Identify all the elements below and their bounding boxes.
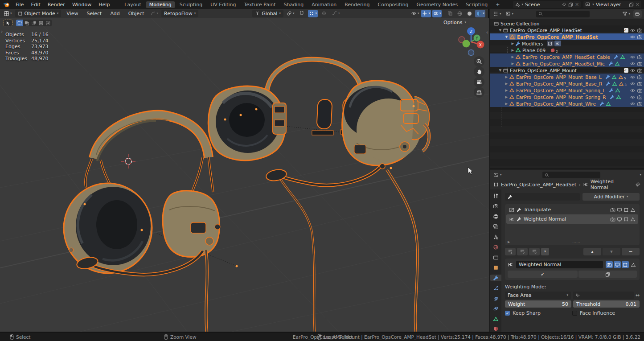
viewport-toggle[interactable] [614, 261, 621, 268]
hide-eye-icon[interactable] [630, 28, 636, 33]
tab-uv-editing[interactable]: UV Editing [207, 1, 239, 8]
vertex-group-field[interactable] [573, 292, 634, 299]
list-filter-dropdown[interactable]: ▾ [541, 248, 549, 255]
disable-render-camera-icon[interactable] [637, 101, 643, 107]
visibility-dropdown[interactable]: ▾ [410, 10, 420, 17]
viewport-canvas[interactable]: › Objects16 / 16 Vertices25,174 Edges73,… [0, 18, 489, 332]
tab-collection[interactable] [490, 255, 501, 261]
retopoflow-dropdown[interactable]: RetopoFlow ▾ [161, 10, 198, 17]
menu-view[interactable]: View [63, 10, 81, 17]
menu-object[interactable]: Object [125, 10, 148, 17]
editmode-toggle-icon[interactable] [623, 217, 629, 222]
pivot-point-button[interactable]: ▾ [286, 10, 295, 17]
new-layer-icon[interactable] [629, 2, 634, 7]
outliner-row-plane009[interactable]: ▶ Plane.009 2 [490, 47, 644, 53]
disable-render-camera-icon[interactable] [637, 94, 643, 100]
modifier-row-triangulate[interactable]: Triangulate [506, 205, 638, 214]
tab-world[interactable] [490, 244, 501, 251]
hide-eye-icon[interactable] [630, 94, 636, 100]
shading-material-button[interactable]: ▾ [475, 10, 485, 17]
outliner-row-headset-cable[interactable]: ▶ EarPro_OpsCore_AMP_HeadSet_Cable [490, 53, 644, 60]
outliner-row-mount-spring-r[interactable]: ▶ EarPro_OpsCore_AMP_Mount_Spring_R [490, 94, 644, 100]
gizmos-toggle[interactable]: ▾ [421, 10, 431, 17]
blender-logo-icon[interactable] [3, 2, 10, 8]
collection-checkbox[interactable]: ✓ [624, 28, 628, 33]
outliner-row-mount-base-l[interactable]: ▶ EarPro_OpsCore_AMP_Mount_Base_L 5 [490, 74, 644, 80]
move-modifier-up-button[interactable]: ▲ [583, 248, 601, 255]
hide-eye-icon[interactable] [630, 81, 636, 86]
outliner-row-mount-collection[interactable]: ▼ EarPro_OpsCore_AMP_Mount ✓ [490, 67, 644, 74]
pin-icon[interactable] [562, 2, 566, 7]
unlink-scene-icon[interactable]: ✕ [575, 2, 579, 8]
editor-type-button[interactable]: ▾ [3, 10, 13, 17]
hide-eye-icon[interactable] [630, 54, 636, 60]
menu-window[interactable]: Window [69, 1, 94, 8]
hide-eye-icon[interactable] [630, 88, 636, 93]
select-mode-intersect[interactable] [45, 20, 52, 26]
modifier-slot-weighted-normal[interactable] [554, 41, 561, 46]
hide-eye-icon[interactable] [630, 74, 636, 80]
outliner-row-scene-collection[interactable]: Scene Collection [490, 20, 644, 27]
move-modifier-down-button[interactable]: ▼ [603, 248, 620, 255]
tab-tool[interactable] [490, 193, 501, 199]
hide-eye-icon[interactable] [630, 101, 636, 107]
tab-scene[interactable] [490, 234, 501, 240]
properties-options-caret[interactable]: ▾ [640, 173, 641, 177]
scene-selector[interactable]: ▾ Scene ✕ [513, 1, 581, 8]
tab-animation[interactable]: Animation [308, 1, 340, 8]
outliner-row-mount-spring-l[interactable]: ▶ EarPro_OpsCore_AMP_Mount_Spring_L [490, 87, 644, 94]
list-filter-enabled-button[interactable] [517, 248, 528, 255]
select-mode-subtract[interactable] [30, 20, 37, 26]
invert-vgroup-icon[interactable]: ↔ [636, 292, 640, 298]
pan-view-button[interactable] [474, 66, 484, 77]
select-mode-set[interactable] [16, 20, 23, 26]
render-toggle[interactable] [606, 261, 613, 268]
sidebar-collapse-arrow[interactable]: ‹ [486, 30, 488, 35]
shading-wireframe-button[interactable] [455, 10, 464, 17]
tab-physics[interactable] [490, 295, 501, 301]
tab-constraints[interactable] [490, 305, 501, 312]
tab-shading[interactable]: Shading [280, 1, 308, 8]
tab-render[interactable] [490, 203, 501, 210]
tab-geometry-nodes[interactable]: Geometry Nodes [413, 1, 461, 8]
breadcrumb-modifier[interactable]: Weighted Normal [591, 179, 633, 190]
remove-layer-icon[interactable]: ✕ [636, 2, 640, 8]
outliner-editor-type-button[interactable]: ▾ [492, 10, 502, 18]
navigation-gizmo[interactable]: Z Y X [457, 25, 485, 58]
hide-eye-icon[interactable] [630, 68, 636, 73]
cage-toggle[interactable] [630, 261, 637, 268]
menu-help[interactable]: Help [95, 1, 113, 8]
tab-modifiers[interactable] [490, 275, 501, 281]
viewport-3d-scene[interactable] [0, 18, 489, 332]
menu-edit[interactable]: Edit [28, 1, 43, 8]
falloff-button[interactable]: ▾ [331, 10, 341, 17]
new-scene-icon[interactable] [568, 2, 573, 7]
tab-rendering[interactable]: Rendering [341, 1, 373, 8]
list-resize-grip[interactable]: ⋯⋯ [572, 241, 580, 245]
keep-sharp-checkbox[interactable]: ✓ Keep Sharp [505, 310, 572, 316]
modifier-row-weighted-normal[interactable]: Weighted Normal [506, 214, 638, 224]
viewport-toggle-icon[interactable] [617, 207, 622, 213]
zoom-view-button[interactable] [474, 56, 484, 67]
render-toggle-icon[interactable] [610, 207, 615, 213]
remove-modifier-button[interactable]: − [622, 248, 640, 255]
list-filter-disabled-button[interactable] [529, 248, 540, 255]
tab-layout[interactable]: Layout [121, 1, 144, 8]
face-influence-checkbox[interactable]: Face Influence [572, 310, 640, 316]
disable-render-camera-icon[interactable] [637, 74, 643, 80]
outliner-row-modifiers[interactable]: ▶ Modifiers [490, 40, 644, 47]
camera-view-button[interactable] [474, 77, 484, 87]
tab-object-data[interactable] [490, 316, 501, 322]
menu-select[interactable]: Select [83, 10, 105, 17]
render-toggle-icon[interactable] [610, 217, 615, 222]
modifier-slot-triangulate[interactable] [547, 41, 554, 46]
tab-material[interactable] [490, 326, 501, 332]
fallback-tool-button[interactable]: ▾ [150, 10, 160, 17]
view-layer-selector[interactable]: ▾ ViewLayer ✕ [583, 1, 641, 8]
tab-view-layer[interactable] [490, 224, 501, 230]
cage-toggle-icon[interactable] [630, 207, 636, 213]
modifier-name-input[interactable]: Weighted Normal [516, 261, 603, 268]
disable-render-camera-icon[interactable] [637, 61, 643, 66]
editmode-toggle[interactable] [622, 261, 629, 268]
list-filter-visible-button[interactable] [505, 248, 516, 255]
